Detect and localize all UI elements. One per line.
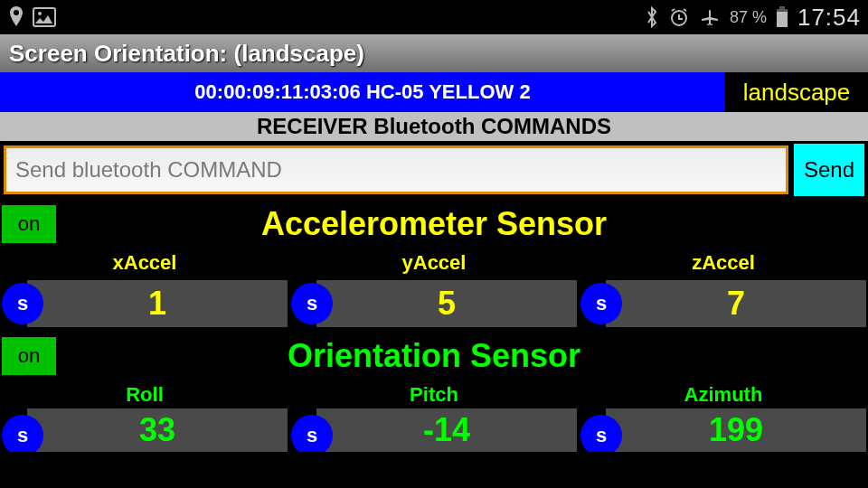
orient-pitch-s-button[interactable]: s	[291, 415, 333, 452]
send-button-label: Send	[804, 157, 854, 183]
image-icon	[33, 7, 56, 27]
orient-azimuth-value: 199	[709, 411, 763, 449]
accel-x-label: xAccel	[113, 251, 177, 275]
accel-z-value-box: 7	[606, 280, 866, 327]
status-right-icons: 87 % 17:54	[645, 4, 861, 32]
orient-title: Orientation Sensor	[0, 337, 868, 375]
orientation-mode[interactable]: landscape	[725, 72, 868, 112]
accel-y-cell: s 5	[291, 277, 577, 331]
title-text: Screen Orientation: (landscape)	[9, 40, 364, 68]
orient-roll-cell: s 33	[2, 408, 288, 452]
orient-roll-value: 33	[139, 411, 175, 449]
accel-x-value: 1	[148, 285, 166, 323]
location-icon	[7, 6, 25, 28]
status-left-icons	[7, 6, 56, 28]
accel-y-value: 5	[438, 285, 456, 323]
connection-row: 00:00:09:11:03:06 HC-05 YELLOW 2 landsca…	[0, 72, 868, 112]
command-placeholder: Send bluetooth COMMAND	[15, 157, 282, 183]
orient-title-row: on Orientation Sensor	[0, 331, 868, 381]
accel-y-value-box: 5	[316, 280, 577, 327]
connection-info-text: 00:00:09:11:03:06 HC-05 YELLOW 2	[194, 80, 530, 104]
accel-title-row: on Accelerometer Sensor	[0, 199, 868, 249]
accel-z-value: 7	[727, 285, 745, 323]
receiver-header-text: RECEIVER Bluetooth COMMANDS	[257, 114, 611, 139]
svg-point-1	[38, 12, 42, 15]
connection-info: 00:00:09:11:03:06 HC-05 YELLOW 2	[0, 72, 725, 112]
orient-pitch-value-box: -14	[316, 408, 577, 452]
bluetooth-icon	[645, 6, 659, 28]
accel-labels: xAccel yAccel zAccel	[0, 249, 868, 277]
android-status-bar: 87 % 17:54	[0, 0, 868, 34]
battery-percent: 87 %	[730, 8, 767, 27]
alarm-icon	[668, 6, 690, 28]
accel-y-label: yAccel	[402, 251, 467, 275]
accel-z-s-button[interactable]: s	[580, 283, 622, 324]
airplane-icon	[699, 6, 721, 28]
orient-azimuth-value-box: 199	[606, 408, 866, 452]
command-row: Send bluetooth COMMAND Send	[0, 141, 868, 199]
orientation-section: on Orientation Sensor Roll Pitch Azimuth…	[0, 331, 868, 452]
orientation-mode-text: landscape	[743, 79, 851, 107]
status-clock: 17:54	[797, 4, 861, 32]
orient-pitch-cell: s -14	[291, 408, 577, 452]
orient-azimuth-s-button[interactable]: s	[580, 415, 622, 452]
svg-rect-5	[779, 6, 785, 9]
title-bar: Screen Orientation: (landscape)	[0, 34, 868, 72]
receiver-header: RECEIVER Bluetooth COMMANDS	[0, 112, 868, 141]
orient-roll-s-button[interactable]: s	[2, 415, 43, 452]
orient-roll-value-box: 33	[27, 408, 288, 452]
accel-values: s 1 s 5 s 7	[0, 277, 868, 331]
accel-x-value-box: 1	[27, 280, 288, 327]
orient-labels: Roll Pitch Azimuth	[0, 381, 868, 408]
orient-azimuth-cell: s 199	[580, 408, 866, 452]
accel-title: Accelerometer Sensor	[0, 205, 868, 243]
accel-x-s-button[interactable]: s	[2, 283, 43, 324]
accel-z-label: zAccel	[692, 251, 755, 275]
accel-z-cell: s 7	[580, 277, 866, 331]
svg-rect-4	[777, 12, 788, 27]
battery-icon	[776, 6, 788, 28]
orient-roll-label: Roll	[126, 383, 164, 407]
send-button[interactable]: Send	[794, 144, 864, 196]
accelerometer-section: on Accelerometer Sensor xAccel yAccel zA…	[0, 199, 868, 331]
orient-pitch-label: Pitch	[410, 383, 458, 407]
accel-x-cell: s 1	[2, 277, 288, 331]
orient-pitch-value: -14	[423, 411, 470, 449]
accel-y-s-button[interactable]: s	[291, 283, 333, 324]
command-input[interactable]: Send bluetooth COMMAND	[4, 145, 788, 194]
orient-values: s 33 s -14 s 199	[0, 408, 868, 452]
orient-azimuth-label: Azimuth	[684, 383, 763, 407]
